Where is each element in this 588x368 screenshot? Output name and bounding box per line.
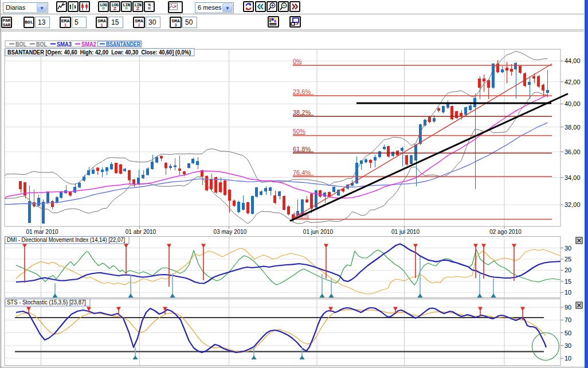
svg-text:0%: 0% (293, 58, 302, 65)
svg-text:BOL: BOL (15, 41, 26, 48)
svg-text:38,00: 38,00 (565, 124, 581, 131)
svg-text:42,00: 42,00 (565, 79, 581, 85)
svg-text:03 may 2010: 03 may 2010 (214, 229, 247, 235)
svg-text:30: 30 (565, 245, 571, 252)
svg-text:01 abr 2010: 01 abr 2010 (126, 229, 156, 235)
svg-text:38,2%: 38,2% (293, 109, 311, 116)
svg-text:BOL: BOL (36, 41, 47, 48)
svg-text:10: 10 (565, 289, 571, 296)
svg-text:25: 25 (565, 256, 571, 263)
svg-text:50%: 50% (293, 128, 305, 135)
svg-text:70: 70 (565, 316, 571, 323)
svg-text:STS - Stochastic (15,3,5) [23,: STS - Stochastic (15,3,5) [23,87] (7, 299, 86, 306)
svg-text:10: 10 (565, 355, 571, 362)
svg-text:34,00: 34,00 (565, 174, 581, 181)
svg-text:SMA2: SMA2 (81, 41, 96, 48)
svg-text:01 jul 2010: 01 jul 2010 (391, 229, 420, 235)
svg-text:20: 20 (565, 267, 571, 273)
svg-text:50: 50 (565, 330, 571, 336)
svg-text:61,8%: 61,8% (293, 146, 311, 152)
svg-text:30: 30 (565, 342, 571, 349)
svg-text:76,4%: 76,4% (293, 169, 311, 176)
svg-text:40,00: 40,00 (565, 100, 581, 107)
svg-text:36,00: 36,00 (565, 148, 581, 155)
svg-text:02 ago 2010: 02 ago 2010 (489, 229, 522, 235)
svg-text:01 mar 2010: 01 mar 2010 (26, 229, 58, 235)
svg-text:44,00: 44,00 (565, 57, 581, 64)
svg-text:DMI - Directional Movement Ind: DMI - Directional Movement Index (14,14)… (7, 237, 125, 243)
svg-text:SMA3: SMA3 (57, 41, 72, 48)
svg-text:BSANTANDER [Open: 40,60 High:: BSANTANDER [Open: 40,60 High: 42,00 Low:… (7, 49, 191, 56)
svg-text:23,6%: 23,6% (293, 88, 311, 95)
svg-text:32,00: 32,00 (565, 201, 581, 208)
svg-text:15: 15 (565, 278, 571, 285)
svg-text:01 jun 2010: 01 jun 2010 (303, 229, 334, 235)
svg-text:90: 90 (565, 304, 571, 311)
